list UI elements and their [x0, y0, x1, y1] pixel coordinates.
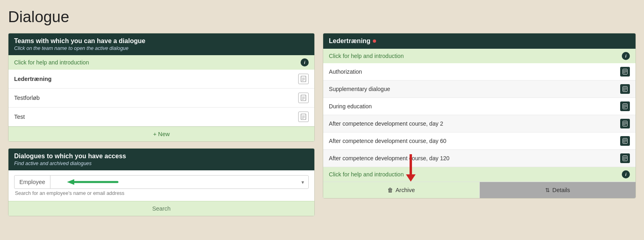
teams-card: Teams with which you can have a dialogue…	[8, 33, 315, 142]
details-button[interactable]: ⇅ Details	[480, 182, 636, 198]
right-help-row-top[interactable]: Click for help and introduction i	[323, 49, 636, 63]
team-doc-icon[interactable]	[298, 74, 309, 84]
right-info-icon-bottom[interactable]: i	[622, 170, 630, 178]
right-help-label-bottom: Click for help and introduction	[329, 171, 404, 178]
team-doc-icon[interactable]	[298, 93, 309, 103]
details-button-label: Details	[552, 187, 570, 193]
team-doc-icon[interactable]	[298, 112, 309, 122]
right-row-label: After competence development course, day…	[329, 138, 446, 144]
search-hint: Search for an employee's name or email a…	[14, 190, 309, 196]
access-card-title: Dialogues to which you have access	[14, 153, 309, 160]
access-card-subtitle: Find active and archived dialogues	[14, 161, 309, 166]
doc-icon-green[interactable]	[620, 136, 630, 146]
right-row-label: Authorization	[329, 68, 362, 75]
right-row-during[interactable]: During education	[323, 98, 636, 115]
right-row-label: After competence development course, day…	[329, 155, 450, 161]
doc-icon-green[interactable]	[620, 119, 630, 128]
right-panel: Ledertræning Click for help and introduc…	[323, 33, 636, 199]
access-card: Dialogues to which you have access Find …	[8, 148, 315, 216]
action-row: 🗑 Archive ⇅ Details	[323, 182, 636, 198]
team-name: Ledertræning	[14, 76, 52, 82]
right-info-icon-top[interactable]: i	[622, 52, 630, 60]
new-team-button[interactable]: + New	[8, 126, 314, 141]
right-row-day60[interactable]: After competence development course, day…	[323, 132, 636, 150]
right-card-header: Ledertræning	[323, 33, 636, 49]
access-card-header: Dialogues to which you have access Find …	[8, 149, 314, 170]
employee-label: Employee	[15, 176, 50, 188]
teams-help-row[interactable]: Click for help and introduction i	[8, 55, 314, 70]
archive-button-label: Archive	[395, 187, 415, 193]
action-annotation-wrapper: 🗑 Archive ⇅ Details	[323, 182, 636, 198]
teams-card-title: Teams with which you can have a dialogue	[14, 37, 309, 45]
search-area: Employee ▾ Search for an employee's name…	[8, 170, 314, 201]
page-title: Dialogue	[8, 8, 636, 26]
doc-icon-green[interactable]	[620, 153, 630, 163]
trash-icon: 🗑	[387, 187, 393, 193]
right-help-label-top: Click for help and introduction	[329, 53, 404, 59]
right-row-label: Supplementary dialogue	[329, 86, 390, 92]
right-row-label: After competence development course, day…	[329, 120, 443, 127]
right-row-label: During education	[329, 103, 372, 110]
search-button[interactable]: Search	[8, 201, 314, 216]
doc-icon-green[interactable]	[620, 67, 630, 77]
team-row-test[interactable]: Test	[8, 108, 314, 126]
team-name: Testforløb	[14, 95, 40, 101]
team-name: Test	[14, 114, 25, 120]
right-row-day2[interactable]: After competence development course, day…	[323, 115, 636, 132]
left-panel: Teams with which you can have a dialogue…	[8, 33, 315, 216]
team-row-testforløb[interactable]: Testforløb	[8, 89, 314, 108]
right-row-supplementary[interactable]: Supplementary dialogue	[323, 81, 636, 98]
doc-icon-green[interactable]	[620, 84, 630, 94]
svg-rect-1	[301, 95, 306, 101]
teams-card-header: Teams with which you can have a dialogue…	[8, 33, 314, 55]
teams-info-icon[interactable]: i	[301, 58, 309, 66]
svg-rect-0	[301, 76, 306, 82]
archive-button[interactable]: 🗑 Archive	[323, 182, 480, 198]
employee-select-row: Employee ▾	[14, 175, 309, 189]
header-dot	[373, 39, 376, 43]
dropdown-arrow-icon[interactable]: ▾	[297, 176, 308, 188]
right-card: Ledertræning Click for help and introduc…	[323, 33, 636, 199]
team-row-ledertræning[interactable]: Ledertræning	[8, 70, 314, 89]
right-row-authorization[interactable]: Authorization	[323, 63, 636, 81]
teams-card-subtitle: Click on the team name to open the activ…	[14, 46, 309, 51]
doc-icon-green[interactable]	[620, 101, 630, 111]
svg-rect-2	[301, 114, 306, 120]
right-help-row-bottom[interactable]: Click for help and introduction i	[323, 167, 636, 182]
teams-help-label: Click for help and introduction	[14, 59, 89, 66]
right-row-day120[interactable]: After competence development course, day…	[323, 150, 636, 167]
employee-input[interactable]	[50, 176, 297, 188]
sort-icon: ⇅	[545, 187, 550, 193]
right-card-title: Ledertræning	[329, 37, 370, 45]
